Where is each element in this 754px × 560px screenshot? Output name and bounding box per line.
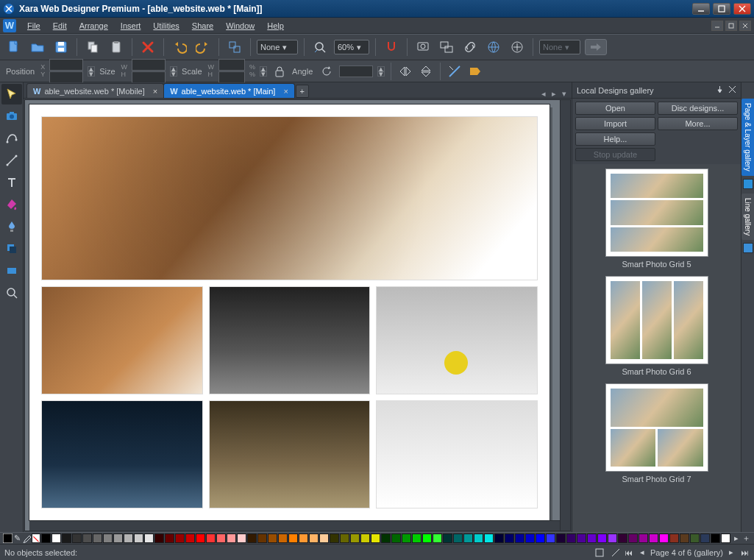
document-tab-mobile[interactable]: Wable_website.web * [Mobile]×	[26, 83, 164, 98]
tab-nav-left[interactable]: ◂	[539, 89, 548, 98]
export-website-button[interactable]	[484, 38, 503, 57]
color-swatch[interactable]	[536, 534, 545, 543]
color-swatch[interactable]	[299, 534, 308, 543]
grid-photo[interactable]	[41, 400, 203, 508]
page-first-button[interactable]: ⏮	[624, 547, 634, 558]
rectangle-tool[interactable]	[1, 260, 22, 281]
color-swatch[interactable]	[216, 534, 226, 543]
photo-tool[interactable]	[1, 106, 22, 127]
app-menu-icon[interactable]: W	[3, 19, 16, 32]
angle-spin-down[interactable]: ▾	[377, 71, 385, 77]
redo-button[interactable]	[193, 38, 213, 57]
gallery-help-button[interactable]: Help...	[575, 132, 655, 146]
scale-spin-down[interactable]: ▾	[260, 71, 267, 77]
document-tab-main[interactable]: Wable_website.web * [Main]×	[163, 83, 295, 98]
close-tab-icon[interactable]: ×	[153, 87, 157, 96]
color-swatch[interactable]	[690, 534, 700, 543]
live-drag-icon[interactable]	[591, 545, 608, 561]
lock-aspect-button[interactable]	[271, 63, 288, 79]
color-swatch[interactable]	[515, 534, 524, 543]
color-swatch[interactable]	[175, 534, 185, 543]
no-color-swatch[interactable]	[32, 534, 40, 543]
gallery-pin-icon[interactable]	[716, 85, 724, 95]
current-fill-swatch[interactable]	[3, 534, 13, 543]
color-swatch[interactable]	[597, 534, 607, 543]
color-swatch[interactable]	[443, 534, 452, 543]
color-swatch[interactable]	[41, 534, 51, 543]
color-swatch[interactable]	[649, 534, 658, 543]
color-swatch[interactable]	[433, 534, 442, 543]
menu-insert[interactable]: Insert	[115, 19, 147, 32]
snap-indicator-icon[interactable]	[608, 545, 624, 561]
undo-button[interactable]	[170, 38, 189, 57]
color-swatch[interactable]	[669, 534, 679, 543]
window-minimize-button[interactable]	[692, 3, 710, 15]
scale-h-field[interactable]	[218, 71, 245, 83]
tab-nav-right[interactable]: ▸	[550, 89, 558, 98]
grid-photo[interactable]	[41, 286, 203, 394]
gallery-import-button[interactable]: Import	[575, 117, 655, 130]
color-swatch[interactable]	[711, 534, 720, 543]
size-h-field[interactable]	[132, 71, 166, 83]
color-swatch[interactable]	[618, 534, 627, 543]
color-swatch[interactable]	[628, 534, 638, 543]
color-swatch[interactable]	[700, 534, 710, 543]
vertical-scrollbar[interactable]	[560, 100, 570, 531]
color-swatch[interactable]	[422, 534, 432, 543]
gallery-item[interactable]: Smart Photo Grid 5	[598, 169, 716, 269]
grid-photo[interactable]	[209, 286, 371, 394]
save-button[interactable]	[51, 38, 71, 57]
side-tab-page-layer[interactable]: Page & Layer gallery	[741, 99, 754, 176]
angle-field[interactable]	[339, 65, 373, 77]
pos-spin-down[interactable]: ▾	[88, 71, 95, 77]
color-swatch[interactable]	[196, 534, 205, 543]
page-canvas[interactable]	[29, 104, 550, 520]
position-x-field[interactable]	[49, 59, 83, 71]
color-swatch[interactable]	[484, 534, 494, 543]
color-swatch[interactable]	[412, 534, 422, 543]
add-tab-button[interactable]: +	[296, 85, 309, 98]
grid-photo[interactable]	[209, 400, 371, 508]
gallery-item[interactable]: Smart Photo Grid 6	[598, 276, 716, 376]
snap-button[interactable]	[382, 38, 401, 57]
open-button[interactable]	[28, 38, 47, 57]
color-swatch[interactable]	[103, 534, 113, 543]
color-swatch[interactable]	[474, 534, 483, 543]
zoom-dropdown[interactable]: 60%▾	[334, 40, 369, 54]
color-swatch[interactable]	[360, 534, 370, 543]
name-dropdown[interactable]: None▾	[539, 40, 580, 54]
transparency-tool[interactable]	[1, 216, 22, 237]
window-maximize-button[interactable]	[713, 3, 730, 15]
color-swatch[interactable]	[680, 534, 689, 543]
color-swatch[interactable]	[381, 534, 391, 543]
color-swatch[interactable]	[309, 534, 319, 543]
page-prev-button[interactable]: ◂	[637, 547, 647, 558]
color-swatch[interactable]	[525, 534, 535, 543]
color-swatch[interactable]	[288, 534, 298, 543]
gallery-open-button[interactable]: Open	[575, 102, 655, 115]
color-swatch[interactable]	[371, 534, 380, 543]
gallery-close-icon[interactable]	[728, 85, 736, 95]
color-swatch[interactable]	[93, 534, 102, 543]
text-tool[interactable]	[1, 172, 22, 193]
scale-w-field[interactable]	[218, 59, 245, 71]
color-swatch[interactable]	[330, 534, 339, 543]
flip-h-button[interactable]	[397, 63, 413, 79]
color-swatch[interactable]	[185, 534, 195, 543]
color-swatch[interactable]	[278, 534, 288, 543]
color-swatch[interactable]	[721, 534, 730, 543]
link-button[interactable]	[460, 38, 480, 57]
color-swatch[interactable]	[587, 534, 597, 543]
shape-tool[interactable]	[1, 128, 22, 149]
menu-file[interactable]: File	[21, 19, 46, 32]
horizontal-scrollbar[interactable]	[29, 520, 560, 531]
quality-dropdown[interactable]: None▾	[257, 40, 298, 54]
copy-button[interactable]	[83, 38, 102, 57]
color-swatch[interactable]	[154, 534, 164, 543]
color-swatch[interactable]	[165, 534, 174, 543]
publish-button[interactable]	[508, 38, 527, 57]
straight-line-tool[interactable]	[1, 150, 22, 171]
color-swatch[interactable]	[494, 534, 504, 543]
selector-tool[interactable]	[1, 84, 22, 104]
color-swatch[interactable]	[62, 534, 71, 543]
